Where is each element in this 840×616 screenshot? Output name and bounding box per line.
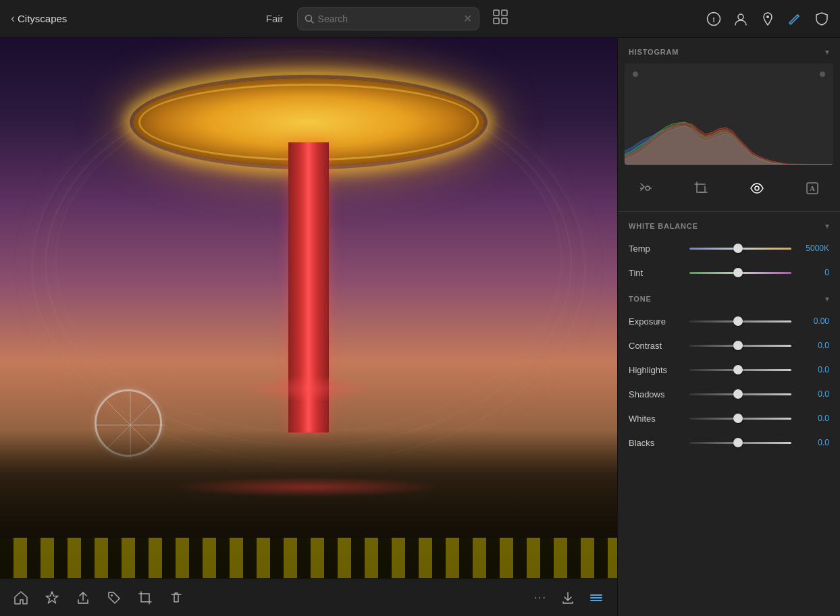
exposure-label: Exposure [629, 316, 683, 327]
contrast-value: 0.0 [798, 341, 829, 350]
base-lights [174, 477, 444, 497]
person-icon[interactable] [733, 11, 748, 26]
svg-rect-5 [502, 18, 507, 24]
blacks-thumb[interactable] [733, 438, 743, 447]
search-bar[interactable]: ✕ [297, 7, 479, 30]
shadows-label: Shadows [629, 389, 683, 399]
bottom-left-icons [14, 590, 184, 605]
panel-tabs: A [618, 171, 840, 212]
download-icon[interactable] [560, 590, 575, 605]
grid-view-button[interactable] [493, 9, 508, 28]
info-icon[interactable]: i [706, 11, 721, 26]
histogram-chevron-icon[interactable]: ▾ [825, 47, 829, 57]
adjust-tab[interactable] [631, 177, 660, 203]
svg-point-9 [766, 16, 769, 18]
white-balance-header: WHITE BALANCE ▾ [618, 212, 840, 236]
eye-panel-tab[interactable] [743, 177, 771, 203]
text-panel-tab[interactable]: A [798, 177, 826, 203]
blacks-label: Blacks [629, 438, 683, 448]
crop-panel-tab[interactable] [687, 177, 715, 203]
edit-pen-icon[interactable] [787, 11, 802, 26]
ground-stripes [0, 538, 617, 578]
temp-slider[interactable] [689, 242, 791, 255]
search-clear-icon[interactable]: ✕ [463, 12, 472, 25]
whites-thumb[interactable] [733, 414, 743, 423]
contrast-label: Contrast [629, 341, 683, 351]
white-balance-title: WHITE BALANCE [629, 222, 698, 230]
sort-label: Fair [266, 13, 284, 24]
search-icon [305, 14, 314, 24]
svg-point-21 [755, 186, 759, 190]
tag-icon[interactable] [107, 590, 122, 605]
whites-slider[interactable] [689, 412, 791, 425]
highlights-value: 0.0 [798, 365, 829, 374]
temp-value: 5000K [798, 244, 829, 253]
home-icon[interactable] [14, 590, 28, 605]
location-icon[interactable] [760, 11, 775, 26]
crop-icon[interactable] [138, 590, 153, 605]
highlights-thumb[interactable] [733, 365, 743, 374]
histogram-left-dot [633, 72, 638, 77]
tint-slider-row: Tint 0 [618, 260, 840, 285]
shield-icon[interactable] [814, 11, 829, 26]
album-name: Cityscapes [18, 13, 67, 24]
tint-value: 0 [798, 268, 829, 277]
temp-thumb[interactable] [733, 244, 743, 253]
shadows-slider-row: Shadows 0.0 [618, 382, 840, 406]
image-container[interactable] [0, 38, 617, 578]
star-icon[interactable] [45, 590, 59, 605]
tone-section: TONE ▾ Exposure 0.00 Contrast 0.0 [618, 285, 840, 455]
svg-rect-4 [494, 18, 499, 24]
histogram-graph [625, 84, 833, 165]
highlights-slider-row: Highlights 0.0 [618, 358, 840, 382]
contrast-slider[interactable] [689, 339, 791, 352]
exposure-value: 0.00 [798, 316, 829, 326]
exposure-slider-row: Exposure 0.00 [618, 309, 840, 333]
bottom-bar: ··· [0, 578, 617, 616]
shadows-value: 0.0 [798, 389, 829, 399]
histogram-canvas [625, 63, 833, 165]
back-button[interactable]: ‹ Cityscapes [11, 11, 67, 26]
right-panel: HISTOGRAM ▾ [617, 38, 840, 616]
more-options-icon[interactable]: ··· [534, 592, 547, 604]
svg-rect-2 [494, 10, 499, 16]
white-balance-chevron-icon[interactable]: ▾ [825, 221, 829, 231]
search-input[interactable] [318, 13, 463, 24]
blacks-slider[interactable] [689, 436, 791, 449]
svg-point-18 [646, 186, 650, 190]
whites-slider-row: Whites 0.0 [618, 406, 840, 430]
svg-text:A: A [810, 184, 815, 192]
svg-rect-3 [502, 10, 507, 16]
histogram-header: HISTOGRAM ▾ [618, 38, 840, 63]
list-view-icon[interactable] [589, 590, 604, 605]
exposure-slider[interactable] [689, 314, 791, 328]
top-right-icons: i [706, 11, 829, 26]
tone-header: TONE ▾ [618, 285, 840, 309]
carousel-base-glow [241, 375, 376, 402]
trash-icon[interactable] [169, 590, 184, 605]
contrast-thumb[interactable] [733, 341, 743, 350]
tint-label: Tint [629, 268, 683, 278]
contrast-slider-row: Contrast 0.0 [618, 333, 840, 358]
highlights-slider[interactable] [689, 363, 791, 376]
shadows-slider[interactable] [689, 387, 791, 401]
exposure-thumb[interactable] [733, 316, 743, 326]
whites-value: 0.0 [798, 414, 829, 423]
shadows-thumb[interactable] [733, 389, 743, 399]
main-layout: ··· HIS [0, 38, 840, 616]
svg-point-8 [738, 14, 743, 20]
svg-text:i: i [712, 14, 715, 24]
histogram-title: HISTOGRAM [629, 48, 679, 56]
tone-chevron-icon[interactable]: ▾ [825, 294, 829, 304]
back-chevron-icon: ‹ [11, 11, 15, 26]
svg-point-14 [111, 594, 113, 596]
top-bar: ‹ Cityscapes Fair ✕ [0, 0, 840, 38]
tint-thumb[interactable] [733, 268, 743, 277]
whites-label: Whites [629, 414, 683, 424]
svg-line-1 [311, 20, 313, 23]
image-area: ··· [0, 38, 617, 616]
bottom-right-icons: ··· [534, 590, 604, 605]
tint-slider[interactable] [689, 266, 791, 279]
share-icon[interactable] [76, 590, 90, 605]
blacks-slider-row: Blacks 0.0 [618, 430, 840, 455]
